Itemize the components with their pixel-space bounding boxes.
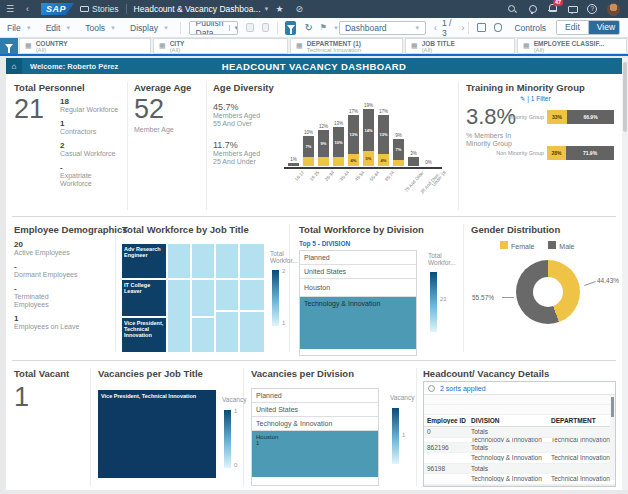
- help-icon[interactable]: [587, 4, 597, 14]
- heat-cell[interactable]: [240, 280, 264, 310]
- heat-cell[interactable]: [216, 280, 238, 310]
- job-title-legend-gradient: [272, 270, 279, 326]
- details-table[interactable]: 2 sorts applied Employee ID DIVISION DEP…: [423, 381, 616, 487]
- back-icon[interactable]: ‹: [20, 4, 35, 14]
- filter-toggle-button[interactable]: [285, 21, 296, 35]
- heat-cell[interactable]: [240, 244, 264, 278]
- gender-donut-chart[interactable]: [516, 260, 580, 324]
- menu-tools[interactable]: Tools▼: [78, 23, 123, 33]
- heat-cell[interactable]: [192, 318, 214, 352]
- present-icon[interactable]: ⊘: [290, 4, 310, 14]
- filter-token-city[interactable]: ▦ CITY(All): [153, 38, 288, 54]
- insights-icon[interactable]: [527, 4, 537, 14]
- view-mode-button[interactable]: View: [588, 21, 620, 34]
- heat-cell[interactable]: [216, 244, 238, 278]
- vacancy-division-heatmap[interactable]: Planned United States Technology & Innov…: [251, 388, 379, 486]
- filter-token-country[interactable]: ▦ COUNTRY(All): [19, 38, 151, 54]
- page-select[interactable]: Dashboard▼: [339, 21, 426, 35]
- age-diversity-kpi-55: 45.7% Members Aged 55 And Over: [213, 102, 275, 133]
- division-row-planned[interactable]: Planned: [300, 251, 416, 265]
- present-mode-icon[interactable]: [494, 23, 503, 32]
- table-row[interactable]: Technology & Innovation Technical Innova…: [424, 474, 615, 485]
- hamburger-menu-icon[interactable]: ☰: [0, 4, 20, 14]
- vacancy-job-legend-title: Vacancy: [222, 396, 246, 403]
- publish-data-button[interactable]: Publish Data ▼: [189, 21, 239, 35]
- notifications-button[interactable]: 47: [542, 3, 562, 15]
- heat-cell[interactable]: [192, 244, 214, 278]
- division-row-technology-innovation[interactable]: Technology & Innovation: [300, 297, 416, 349]
- non-minority-group-bar[interactable]: Non Minority Group 28% 71.9%: [496, 146, 614, 160]
- filter-bar-toggle[interactable]: [0, 38, 18, 54]
- heat-cell-vice-president[interactable]: Vice President, Technical Innovation: [122, 318, 166, 352]
- search-icon[interactable]: [507, 4, 517, 14]
- dimension-icon: ▦: [296, 42, 303, 50]
- favorite-star-icon[interactable]: ★: [269, 4, 289, 14]
- average-age-label: Member Age: [134, 126, 204, 134]
- filter-token-job-title[interactable]: ▦ JOB TITLE(All): [405, 38, 515, 54]
- bookmark-icon[interactable]: ⚑: [317, 23, 330, 32]
- next-page-icon[interactable]: ›: [462, 23, 465, 33]
- funnel-icon: [287, 25, 295, 30]
- table-row[interactable]: 0 Totals: [424, 427, 615, 438]
- table-empty-band: [424, 405, 615, 415]
- vacancy-job-legend-gradient: [224, 410, 231, 468]
- heat-cell[interactable]: [168, 280, 190, 352]
- division-row-united-states[interactable]: United States: [252, 403, 378, 417]
- division-row-houston[interactable]: Houston: [300, 279, 416, 297]
- heat-cell[interactable]: [168, 244, 190, 278]
- table-row[interactable]: 96198 Totals: [424, 464, 615, 475]
- table-row[interactable]: 862196 Totals: [424, 443, 615, 454]
- heat-cell[interactable]: [240, 312, 264, 352]
- dashboard-banner: ⌂ Welcome: Roberto Pérez HEADCOUNT VACAN…: [6, 58, 622, 74]
- table-horizontal-scrollbar[interactable]: [424, 485, 615, 488]
- edit-mode-button[interactable]: Edit: [557, 21, 588, 34]
- legend-max: 2: [282, 268, 285, 274]
- age-diversity-chart[interactable]: 1% 10%7% 12%9% 13%10% 17%13%4% 19%14%5% …: [288, 104, 434, 166]
- heat-cell-adv-research-engineer[interactable]: Adv Research Engineer: [122, 244, 166, 278]
- filter-token-employee-classification[interactable]: ▦ EMPLOYEE CLASSIF...(All): [517, 38, 627, 54]
- division-row-united-states[interactable]: United States: [300, 265, 416, 279]
- total-vacant-title: Total Vacant: [14, 368, 69, 379]
- prev-page-icon[interactable]: ‹: [434, 23, 437, 33]
- vacancy-job-title-heatmap[interactable]: Vice President, Technical Innovation: [98, 390, 216, 478]
- heat-cell[interactable]: [192, 280, 214, 316]
- minority-group-bar[interactable]: Minority Group 33% 66.9%: [496, 110, 614, 124]
- division-row-planned[interactable]: Planned: [252, 389, 378, 403]
- fullscreen-icon[interactable]: [477, 23, 486, 32]
- divider: [243, 368, 244, 486]
- publish-split-chevron-icon[interactable]: ▼: [229, 25, 238, 31]
- legend-tick: 1: [402, 432, 405, 438]
- notification-badge: 47: [553, 0, 563, 6]
- workforce-job-title-heatmap[interactable]: Adv Research Engineer IT College Leaver …: [122, 244, 264, 352]
- table-vertical-scrollbar[interactable]: [610, 395, 615, 480]
- stories-button[interactable]: Stories: [80, 4, 118, 14]
- document-title[interactable]: Headcount & Vacancy Dashboa...: [134, 4, 261, 14]
- stories-icon: [80, 6, 89, 12]
- menu-display[interactable]: Display▼: [123, 23, 176, 33]
- female-pct-label: 44.43%: [597, 277, 619, 284]
- vacancy-division-legend-title: Vacancy: [390, 394, 414, 401]
- controls-button[interactable]: Controls: [514, 23, 546, 33]
- division-row-technology-innovation[interactable]: Technology & Innovation: [252, 417, 378, 431]
- table-row[interactable]: Technology & Innovation Technical Innova…: [424, 453, 615, 464]
- discussions-icon[interactable]: [567, 4, 577, 14]
- workforce-division-heatmap[interactable]: Planned United States Houston Technology…: [299, 250, 417, 356]
- menu-edit[interactable]: Edit▼: [39, 23, 79, 33]
- page-scrollbar[interactable]: [622, 58, 628, 490]
- user-avatar[interactable]: [607, 3, 620, 16]
- division-legend-title: TotalWorkfor...: [428, 252, 456, 266]
- sorts-applied-link[interactable]: 2 sorts applied: [440, 385, 486, 392]
- employee-demographics-list: 20 Active Employees - Dormant Employees …: [14, 240, 84, 336]
- filter-token-department[interactable]: ▦ DEPARTMENT (1)Technical Innovation: [290, 38, 403, 54]
- menu-file[interactable]: File▼: [0, 23, 39, 33]
- age-diversity-kpi-25: 11.7% Members Aged 25 And Under: [213, 140, 275, 171]
- top5-division-header[interactable]: Top 5 - DIVISION: [299, 240, 350, 247]
- table-settings-icon[interactable]: [428, 385, 435, 392]
- division-row-houston[interactable]: Houston 1: [252, 431, 378, 477]
- refresh-icon[interactable]: ↻: [300, 22, 316, 33]
- separator: [277, 22, 278, 34]
- sap-logo: SAP: [41, 3, 74, 15]
- heat-cell-it-college-leaver[interactable]: IT College Leaver: [122, 280, 166, 316]
- chart-filter-link[interactable]: ✎ | 1 Filter: [520, 95, 551, 103]
- heat-cell[interactable]: [216, 312, 238, 352]
